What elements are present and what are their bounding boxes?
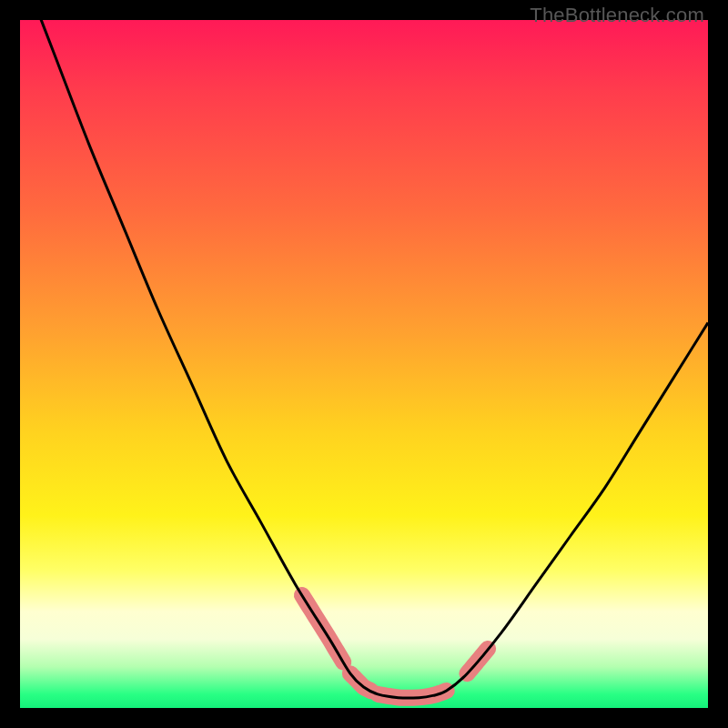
chart-frame: TheBottleneck.com — [0, 0, 728, 728]
chart-svg — [20, 20, 708, 708]
attribution-text: TheBottleneck.com — [530, 4, 704, 27]
chart-plot-area — [20, 20, 708, 708]
bottleneck-curve-path — [20, 0, 708, 698]
